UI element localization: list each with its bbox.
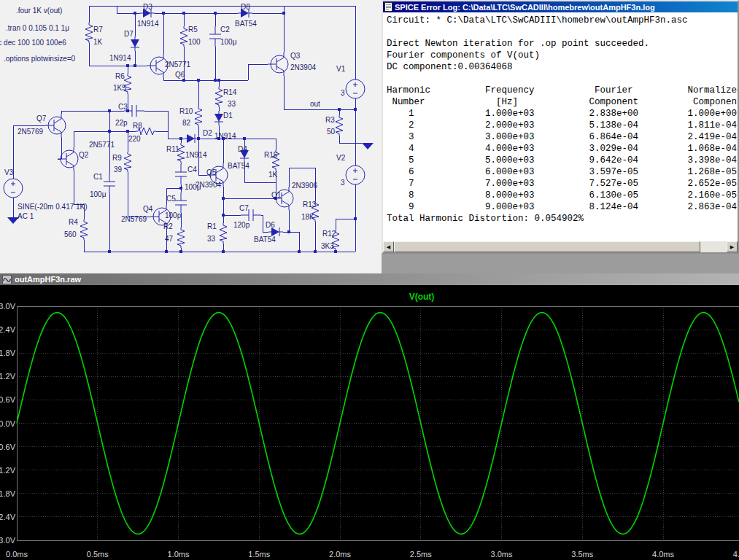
schematic-label: R9 [112, 154, 122, 162]
schematic-label: 100μ [90, 190, 107, 198]
y-tick-label: -1.2V [0, 466, 16, 475]
schematic-label: Q4 [143, 205, 153, 213]
schematic-label: V1 [336, 65, 346, 73]
log-line: 2 2.000e+03 5.138e-04 1.811e-04 [387, 120, 738, 131]
left-arrow-icon: ◀ [387, 244, 390, 250]
schematic-label: C4 [187, 166, 197, 174]
error-log-titlebar[interactable]: SPICE Error Log: C:\Data\LTC\SwCADIII\ho… [383, 1, 738, 12]
wire-junction [165, 250, 168, 253]
schematic-label: 1K [268, 171, 278, 179]
schematic-label: 1N914 [185, 151, 207, 159]
schematic-label: Q6 [175, 71, 185, 79]
log-line: 1 1.000e+03 2.838e+00 1.000e+00 [387, 108, 738, 120]
schematic-label: Q2 [79, 151, 89, 159]
schematic-label: 220 [128, 135, 141, 143]
x-tick-label: 1.0ms [168, 550, 190, 559]
document-icon [384, 2, 392, 12]
scrollbar-track[interactable] [394, 241, 727, 252]
h-scrollbar[interactable]: ◀ ▶ [383, 241, 738, 252]
scroll-left-button[interactable]: ◀ [383, 241, 394, 252]
schematic-canvas[interactable]: .four 1K v(out).tran 0 0.105 0.1 1μ.ac d… [0, 0, 382, 273]
schematic-label: D2 [203, 129, 212, 137]
log-line [387, 73, 738, 85]
schematic-label: .options plotwinsize=0 [4, 55, 76, 63]
log-line: 8 8.000e+03 6.130e-05 2.160e-05 [387, 190, 738, 201]
scroll-right-button[interactable]: ▶ [727, 241, 738, 252]
log-line: 4 4.000e+03 3.029e-04 1.068e-04 [387, 143, 738, 155]
wire-junction [222, 250, 225, 253]
wire-junction [314, 250, 317, 253]
schematic-label: 1K5 [113, 84, 126, 92]
wire-junction [338, 108, 341, 111]
schematic-label: 39 [114, 166, 123, 174]
schematic-label: C3 [118, 103, 128, 111]
schematic-label: R13 [303, 201, 317, 209]
schematic-label: 120p [233, 221, 250, 229]
schematic-editor[interactable]: .four 1K v(out).tran 0 0.105 0.1 1μ.ac d… [0, 0, 382, 273]
schematic-label: 33 [207, 235, 216, 243]
schematic-label: AC 1 [18, 212, 34, 220]
schematic-label: 50 [327, 128, 336, 136]
schematic-label: .tran 0 0.105 0.1 1μ [6, 24, 69, 32]
schematic-label: R10 [179, 107, 193, 115]
schematic-label: Q1 [271, 191, 282, 199]
waveform-titlebar[interactable]: outAmpHF3n.raw [0, 273, 739, 285]
y-tick-label: 3.0V [0, 302, 16, 311]
log-line: Harmonic Frequency Fourier Normalized [387, 85, 738, 96]
schematic-label: 82 [182, 119, 191, 127]
schematic-label: 47 [165, 235, 174, 243]
schematic-label: out [310, 100, 320, 108]
wire-junction [222, 197, 225, 200]
schematic-label: R8 [133, 122, 142, 130]
y-tick-label: 0.6V [0, 395, 16, 404]
schematic-label: 560 [64, 230, 77, 238]
wire-junction [282, 12, 285, 15]
wire-junction [182, 12, 185, 15]
schematic-label: C2 [220, 26, 230, 34]
x-tick-label: 2.0ms [329, 550, 351, 559]
wire-junction [179, 250, 182, 253]
schematic-label: 18K [301, 213, 314, 221]
schematic-label: 100μ [220, 38, 237, 46]
scrollbar-thumb[interactable] [394, 241, 700, 252]
schematic-label: 2N3906 [292, 182, 317, 190]
schematic-label: 100p [165, 211, 182, 219]
wire-junction [298, 250, 301, 253]
wire-junction [108, 250, 111, 253]
schematic-label: 2N5771 [89, 141, 115, 149]
x-tick-label: 4.5ms [733, 550, 739, 559]
schematic-label: R15 [264, 151, 278, 159]
schematic-label: BAT54 [235, 20, 257, 28]
log-line: DC component:0.00364068 [387, 61, 738, 73]
trace-legend: V(out) [409, 292, 435, 302]
schematic-label: 2N3904 [290, 63, 316, 71]
schematic-label: R5 [188, 26, 198, 34]
schematic-label: R4 [69, 218, 78, 226]
log-content[interactable]: Circuit: * C:\Data\LTC\SwCADIII\homebrew… [383, 12, 738, 241]
schematic-label: D3 [143, 3, 152, 11]
schematic-label: 2N5769 [18, 128, 43, 136]
y-tick-label: -2.4V [0, 513, 16, 521]
schematic-label: R1 [207, 222, 217, 230]
schematic-label: C5 [166, 195, 176, 203]
waveform-plot[interactable]: 3.0V2.4V1.8V1.2V0.6V0.0V-0.6V-1.2V-1.8V-… [0, 285, 739, 560]
wire-junction [197, 79, 200, 82]
waveform-window: outAmpHF3n.raw 3.0V2.4V1.8V1.2V0.6V0.0V-… [0, 273, 739, 560]
wire-junction [354, 217, 357, 220]
wire-junction [287, 230, 290, 233]
log-line: 5 5.000e+03 9.642e-04 3.398e-04 [387, 155, 738, 166]
schematic-label: 2N3904 [196, 181, 221, 189]
x-tick-label: 0.0ms [6, 550, 28, 559]
schematic-label: R7 [93, 26, 103, 34]
log-line: Total Harmonic Distortion: 0.054902% [387, 213, 738, 225]
schematic-label: 1N914 [214, 132, 236, 140]
y-tick-label: 1.8V [0, 349, 16, 357]
y-tick-label: 2.4V [0, 325, 16, 334]
wire-junction [182, 79, 185, 82]
log-line: Direct Newton iteration for .op point su… [387, 38, 738, 50]
schematic-label: SINE(-20m 0.417 1K) [18, 203, 88, 211]
log-line: 6 6.000e+03 3.597e-05 1.268e-05 [387, 166, 738, 178]
schematic-label: 2N5769 [121, 215, 147, 223]
schematic-label: V3 [4, 168, 14, 176]
schematic-label: D4 [238, 145, 247, 153]
